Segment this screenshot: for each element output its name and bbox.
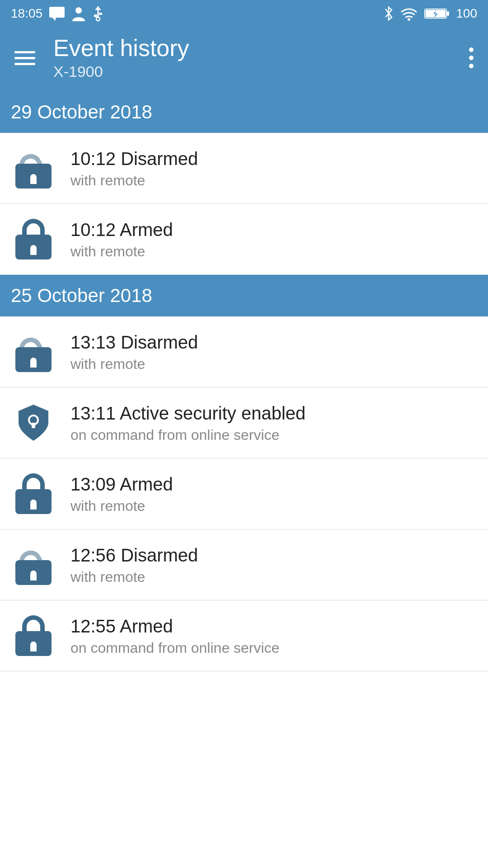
date-header-text: 25 October 2018 — [11, 285, 477, 307]
status-bar: 18:05 — [0, 0, 488, 27]
event-title: 13:13 Disarmed — [70, 331, 477, 353]
event-title: 10:12 Disarmed — [70, 148, 477, 170]
date-header: 29 October 2018 — [0, 91, 488, 133]
date-header: 25 October 2018 — [0, 275, 488, 316]
svg-point-7 — [96, 17, 100, 21]
battery-percent: 100 — [456, 6, 477, 21]
svg-marker-1 — [52, 18, 56, 21]
event-text: 13:13 Disarmedwith remote — [70, 331, 477, 373]
event-list: 29 October 2018 10:12 Disarmedwith remot… — [0, 91, 488, 671]
event-subtitle: on command from online service — [70, 427, 477, 443]
list-item: 10:12 Disarmedwith remote — [0, 133, 488, 204]
event-title: 12:55 Armed — [70, 615, 477, 637]
lock-disarmed-icon — [11, 542, 56, 587]
lock-armed-icon — [11, 471, 56, 516]
status-time: 18:05 — [11, 6, 42, 21]
wifi-icon — [400, 6, 418, 21]
event-text: 10:12 Armedwith remote — [70, 219, 477, 260]
battery-icon — [424, 7, 450, 20]
lock-armed-icon — [11, 217, 56, 262]
toolbar-center: Event history X-1900 — [53, 35, 465, 80]
lock-disarmed-icon — [11, 146, 56, 191]
lock-disarmed-icon — [11, 329, 56, 374]
event-subtitle: with remote — [70, 498, 477, 514]
svg-point-8 — [408, 18, 410, 21]
svg-point-2 — [75, 7, 82, 14]
svg-rect-6 — [99, 13, 102, 15]
status-right: 100 — [384, 5, 477, 22]
list-item: 13:09 Armedwith remote — [0, 458, 488, 529]
page-title: Event history — [53, 35, 465, 61]
event-subtitle: with remote — [70, 172, 477, 189]
device-name: X-1900 — [53, 63, 465, 80]
event-subtitle: with remote — [70, 569, 477, 585]
svg-rect-14 — [32, 423, 35, 428]
list-item: 12:55 Armedon command from online servic… — [0, 600, 488, 671]
svg-rect-10 — [447, 11, 449, 16]
list-item: 13:13 Disarmedwith remote — [0, 316, 488, 387]
more-button[interactable] — [465, 44, 477, 72]
toolbar: Event history X-1900 — [0, 27, 488, 91]
date-header-text: 29 October 2018 — [11, 101, 477, 123]
event-title: 13:11 Active security enabled — [70, 402, 477, 424]
shield-icon — [11, 400, 56, 445]
list-item: 10:12 Armedwith remote — [0, 204, 488, 275]
status-left: 18:05 — [11, 5, 104, 22]
person-icon — [71, 6, 86, 21]
event-text: 13:11 Active security enabledon command … — [70, 402, 477, 443]
message-icon — [49, 6, 65, 21]
event-title: 10:12 Armed — [70, 219, 477, 241]
event-subtitle: with remote — [70, 356, 477, 373]
event-text: 13:09 Armedwith remote — [70, 473, 477, 514]
svg-rect-0 — [49, 7, 65, 18]
event-title: 12:56 Disarmed — [70, 544, 477, 566]
bluetooth-icon — [384, 5, 394, 22]
svg-marker-4 — [95, 6, 101, 10]
event-subtitle: on command from online service — [70, 640, 477, 656]
event-subtitle: with remote — [70, 243, 477, 260]
usb-icon — [92, 5, 104, 22]
lock-armed-icon — [11, 613, 56, 658]
event-text: 12:56 Disarmedwith remote — [70, 544, 477, 585]
event-title: 13:09 Armed — [70, 473, 477, 495]
event-text: 12:55 Armedon command from online servic… — [70, 615, 477, 656]
menu-button[interactable] — [11, 47, 39, 69]
svg-rect-5 — [94, 14, 97, 17]
event-text: 10:12 Disarmedwith remote — [70, 148, 477, 189]
list-item: 12:56 Disarmedwith remote — [0, 529, 488, 600]
list-item: 13:11 Active security enabledon command … — [0, 387, 488, 458]
